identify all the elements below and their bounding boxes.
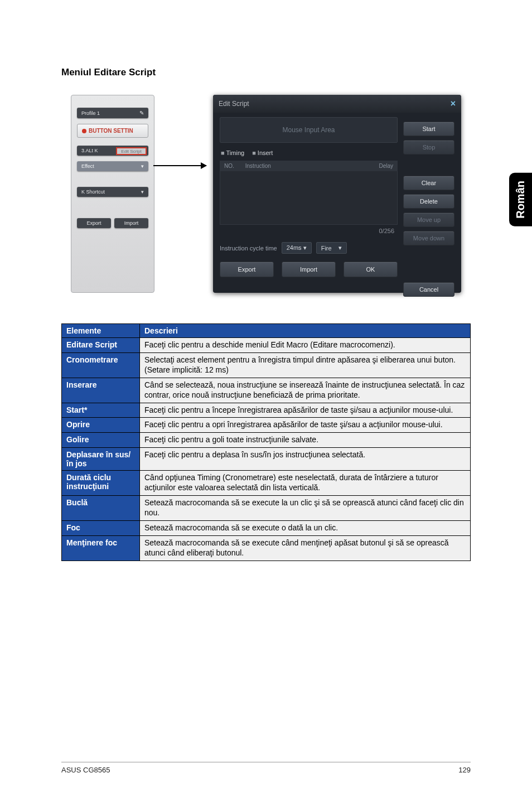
timing-tab[interactable]: Timing — [221, 149, 244, 156]
table-row: Durată ciclu instrucţiuniCând opţiunea T… — [62, 471, 471, 496]
row-label: Oprire — [62, 418, 140, 433]
row-description: Când se selectează, noua instrucţiune se… — [140, 378, 471, 403]
edit-script-highlight[interactable]: Edit Script — [116, 147, 147, 155]
col-instruction: Instruction — [245, 163, 368, 169]
row-description: Selectaţi acest element pentru a înregis… — [140, 352, 471, 378]
delete-button[interactable]: Delete — [403, 194, 454, 209]
mouse-input-area[interactable]: Mouse Input Area — [220, 117, 398, 143]
insert-tab[interactable]: Insert — [252, 149, 273, 156]
table-row: BuclăSetează macrocomanda să se execute … — [62, 496, 471, 521]
table-row: FocSetează macrocomanda să se execute o … — [62, 520, 471, 535]
shortcut-pill[interactable]: K Shortcut▾ — [77, 187, 148, 197]
row-label: Inserare — [62, 378, 140, 403]
screenshot-composite: Profile 1 ✎ BUTTON SETTIN 3.ALt K▸ Edit … — [71, 95, 461, 296]
chevron-down-icon: ▾ — [141, 163, 144, 169]
table-row: CronometrareSelectaţi acest element pent… — [62, 352, 471, 378]
chevron-down-icon: ▾ — [338, 244, 342, 252]
effects-pill[interactable]: Effect▾ — [77, 161, 148, 171]
move-down-button[interactable]: Move down — [403, 231, 454, 245]
ok-button[interactable]: OK — [344, 262, 398, 277]
table-row: Menţinere focSetează macrocomanda să se … — [62, 535, 471, 561]
import-button[interactable]: Import — [282, 262, 336, 277]
row-description: Faceţi clic pentru a goli toate instrucţ… — [140, 433, 471, 448]
table-row: OprireFaceţi clic pentru a opri înregist… — [62, 418, 471, 433]
page-footer: ASUS CG8565 129 — [61, 762, 471, 774]
left-export-button[interactable]: Export — [77, 218, 111, 228]
row-description: Setează macrocomanda să se execute la un… — [140, 496, 471, 521]
dialog-header: Edit Script × — [213, 95, 461, 113]
close-icon[interactable]: × — [451, 99, 456, 109]
col-header-element: Elemente — [62, 324, 140, 338]
row-description: Setează macrocomanda să se execute când … — [140, 535, 471, 561]
col-header-desc: Descrieri — [140, 324, 471, 338]
fire-mode-select[interactable]: Fire ▾ — [316, 242, 347, 254]
instruction-list-header: NO. Instruction Delay — [220, 161, 398, 171]
table-row: Editare ScriptFaceţi clic pentru a desch… — [62, 338, 471, 353]
footer-page-number: 129 — [458, 766, 471, 774]
row-description: Faceţi clic pentru a deschide meniul Edi… — [140, 338, 471, 353]
col-delay: Delay — [379, 163, 393, 169]
instruction-list[interactable] — [220, 171, 398, 225]
footer-model: ASUS CG8565 — [61, 766, 110, 774]
chevron-down-icon: ▾ — [141, 189, 144, 195]
export-button[interactable]: Export — [220, 262, 274, 277]
button-setting-label: BUTTON SETTIN — [89, 128, 133, 134]
col-no: NO. — [224, 163, 234, 169]
dialog-title: Edit Script — [219, 100, 249, 108]
row-label: Durată ciclu instrucţiuni — [62, 471, 140, 496]
table-row: Deplasare în sus/în josFaceţi clic pentr… — [62, 448, 471, 471]
description-table: Elemente Descrieri Editare ScriptFaceţi … — [61, 323, 471, 561]
row-label: Deplasare în sus/în jos — [62, 448, 140, 471]
callout-arrow — [153, 165, 206, 166]
shortcut-label: K Shortcut — [81, 189, 105, 195]
profile-pill[interactable]: Profile 1 ✎ — [77, 108, 148, 118]
start-button[interactable]: Start — [403, 122, 454, 136]
row-label: Menţinere foc — [62, 535, 140, 561]
table-row: Start*Faceţi clic pentru a începe înregi… — [62, 403, 471, 418]
row-label: Cronometrare — [62, 352, 140, 378]
move-up-button[interactable]: Move up — [403, 212, 454, 227]
edit-script-dialog: Edit Script × Mouse Input Area Timing In… — [213, 95, 461, 293]
row-label: Buclă — [62, 496, 140, 521]
row-description: Faceţi clic pentru a deplasa în sus/în j… — [140, 448, 471, 471]
row-description: Faceţi clic pentru a începe înregistrare… — [140, 403, 471, 418]
row-label: Start* — [62, 403, 140, 418]
row-description: Setează macrocomanda să se execute o dat… — [140, 520, 471, 535]
instruction-counter: 0/256 — [220, 225, 398, 234]
effects-label: Effect — [81, 163, 94, 169]
cycle-time-label: Instruction cycle time — [220, 245, 277, 252]
section-heading: Meniul Editare Script — [61, 67, 471, 78]
table-row: GolireFaceţi clic pentru a goli toate in… — [62, 433, 471, 448]
export-label: Export — [86, 220, 101, 226]
red-dot-icon — [82, 129, 86, 133]
import-label: Import — [124, 220, 139, 226]
row-label: Editare Script — [62, 338, 140, 353]
cycle-time-select[interactable]: 24ms ▾ — [282, 242, 312, 254]
button-setting-tab[interactable]: BUTTON SETTIN — [77, 124, 148, 138]
fire-label: Fire — [321, 245, 332, 252]
left-import-button[interactable]: Import — [114, 218, 148, 228]
left-config-panel: Profile 1 ✎ BUTTON SETTIN 3.ALt K▸ Edit … — [71, 95, 154, 293]
row-description: Faceţi clic pentru a opri înregistrarea … — [140, 418, 471, 433]
table-row: InserareCând se selectează, noua instruc… — [62, 378, 471, 403]
slider-label: 3.ALt K — [81, 148, 98, 153]
row-label: Foc — [62, 520, 140, 535]
language-side-tab: Român — [509, 173, 532, 226]
profile-label: Profile 1 — [81, 110, 100, 116]
cancel-button[interactable]: Cancel — [403, 282, 454, 297]
row-description: Când opţiunea Timing (Cronometrare) este… — [140, 471, 471, 496]
row-label: Golire — [62, 433, 140, 448]
stop-button[interactable]: Stop — [403, 140, 454, 154]
pencil-icon: ✎ — [139, 110, 144, 116]
clear-button[interactable]: Clear — [403, 176, 454, 190]
